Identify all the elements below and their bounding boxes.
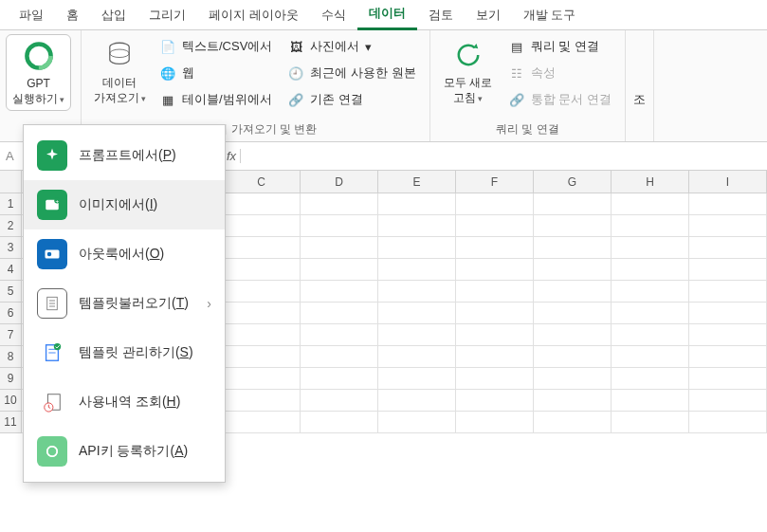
tab-draw[interactable]: 그리기 <box>137 1 197 29</box>
tab-data[interactable]: 데이터 <box>357 0 417 30</box>
link-icon: 🔗 <box>287 91 304 108</box>
row-header[interactable]: 11 <box>0 412 21 433</box>
queries-connections-button[interactable]: ▤ 쿼리 및 연결 <box>504 36 615 57</box>
col-header[interactable]: G <box>534 171 612 193</box>
existing-connections-button[interactable]: 🔗 기존 연결 <box>283 89 419 110</box>
tab-file[interactable]: 파일 <box>8 1 55 29</box>
ribbon-tabs: 파일 홈 삽입 그리기 페이지 레이아웃 수식 데이터 검토 보기 개발 도구 <box>0 0 767 30</box>
gpt-dropdown-menu: 프롬프트에서(P) + 이미지에서(I) 아웃룩에서(O) 템플릿불러오기(T)… <box>23 124 226 483</box>
col-header[interactable]: E <box>378 171 456 193</box>
from-table-range-label: 테이블/범위에서 <box>182 91 272 108</box>
recent-icon: 🕘 <box>287 64 304 82</box>
row-header[interactable]: 8 <box>0 346 21 368</box>
menu-usage-history[interactable]: 사용내역 조회(H) <box>24 377 225 427</box>
col-header[interactable]: D <box>301 171 378 193</box>
globe-icon: 🌐 <box>159 64 176 82</box>
menu-load-template[interactable]: 템플릿불러오기(T) › <box>24 279 225 328</box>
openai-knot-icon <box>37 436 67 467</box>
tab-review[interactable]: 검토 <box>417 1 465 29</box>
refresh-all-button[interactable]: 모두 새로 고침▾ <box>436 34 501 109</box>
svg-point-8 <box>47 252 52 257</box>
from-picture-button[interactable]: 🖼 사진에서 ▾ <box>283 36 419 57</box>
menu-manage-template[interactable]: 템플릿 관리하기(S) <box>24 328 225 377</box>
row-header[interactable]: 4 <box>0 259 21 281</box>
chevron-right-icon: › <box>207 296 211 311</box>
tab-insert[interactable]: 삽입 <box>90 1 137 29</box>
recent-sources-button[interactable]: 🕘 최근에 사용한 원본 <box>283 63 419 83</box>
text-file-icon: 📄 <box>159 38 176 55</box>
col-header[interactable]: F <box>456 171 534 193</box>
svg-point-16 <box>54 343 61 350</box>
formula-bar: ▾ fx <box>203 149 767 163</box>
truncated-label: 조 <box>633 91 646 108</box>
row-header[interactable]: 10 <box>0 390 21 412</box>
get-data-button[interactable]: 데이터 가져오기▾ <box>87 34 152 109</box>
chevron-down-icon: ▾ <box>60 95 64 104</box>
from-text-csv-label: 텍스트/CSV에서 <box>182 38 272 55</box>
menu-from-image[interactable]: + 이미지에서(I) <box>24 180 225 229</box>
from-table-range-button[interactable]: ▦ 테이블/범위에서 <box>155 89 276 110</box>
gpt-run-label: GPT 실행하기▾ <box>12 77 64 106</box>
existing-connections-label: 기존 연결 <box>310 91 363 108</box>
row-header[interactable]: 2 <box>0 215 21 237</box>
refresh-icon <box>451 38 485 72</box>
ribbon-group-truncated: 조 <box>626 30 654 141</box>
row-header[interactable]: 6 <box>0 303 21 324</box>
formula-input[interactable] <box>248 149 761 163</box>
row-headers: 1 2 3 4 5 6 7 8 9 10 11 <box>0 171 22 433</box>
menu-from-outlook[interactable]: 아웃룩에서(O) <box>24 229 225 279</box>
outlook-icon <box>37 239 67 269</box>
col-header[interactable]: C <box>223 171 301 193</box>
menu-from-image-label: 이미지에서(I) <box>79 196 211 213</box>
menu-manage-template-label: 템플릿 관리하기(S) <box>79 344 211 361</box>
menu-from-outlook-label: 아웃룩에서(O) <box>79 246 211 263</box>
from-web-label: 웹 <box>182 64 194 82</box>
select-all-corner[interactable] <box>0 171 21 193</box>
database-icon <box>102 38 137 72</box>
tab-developer[interactable]: 개발 도구 <box>512 1 588 29</box>
from-web-button[interactable]: 🌐 웹 <box>155 63 276 83</box>
chevron-down-icon: ▾ <box>478 94 483 103</box>
menu-from-prompt-label: 프롬프트에서(P) <box>79 147 211 164</box>
tab-page-layout[interactable]: 페이지 레이아웃 <box>197 1 310 29</box>
group-label-queries: 쿼리 및 연결 <box>436 119 619 139</box>
table-icon: ▦ <box>159 91 176 108</box>
row-header[interactable]: 5 <box>0 281 21 303</box>
svg-text:+: + <box>55 198 59 204</box>
sparkle-icon <box>37 140 67 171</box>
from-text-csv-button[interactable]: 📄 텍스트/CSV에서 <box>155 36 276 57</box>
gpt-logo-icon <box>22 39 56 73</box>
tab-home[interactable]: 홈 <box>55 1 90 29</box>
row-header[interactable]: 3 <box>0 237 21 259</box>
workbook-links-icon: 🔗 <box>508 91 525 108</box>
chevron-down-icon: ▾ <box>141 94 146 103</box>
properties-label: 속성 <box>531 64 556 82</box>
menu-from-prompt[interactable]: 프롬프트에서(P) <box>24 131 225 180</box>
workbook-links-label: 통합 문서 연결 <box>531 91 612 108</box>
svg-point-20 <box>46 445 59 458</box>
col-header[interactable]: H <box>612 171 689 193</box>
name-box-value: A <box>6 149 14 163</box>
refresh-all-label: 모두 새로 고침▾ <box>444 76 492 105</box>
chevron-down-icon: ▾ <box>365 40 372 54</box>
row-header[interactable]: 7 <box>0 324 21 346</box>
tab-formulas[interactable]: 수식 <box>310 1 357 29</box>
menu-load-template-label: 템플릿불러오기(T) <box>79 295 195 312</box>
tab-view[interactable]: 보기 <box>465 1 512 29</box>
queries-list: ▤ 쿼리 및 연결 ☷ 속성 🔗 통합 문서 연결 <box>501 34 619 112</box>
ribbon-group-queries: 모두 새로 고침▾ ▤ 쿼리 및 연결 ☷ 속성 🔗 통합 문서 연결 쿼리 및… <box>430 30 626 141</box>
menu-register-api-key[interactable]: API키 등록하기(A) <box>24 427 225 476</box>
clock-document-icon <box>37 387 67 417</box>
transform-list-1: 📄 텍스트/CSV에서 🌐 웹 ▦ 테이블/범위에서 <box>152 34 280 112</box>
workbook-links-button: 🔗 통합 문서 연결 <box>504 89 615 110</box>
transform-list-2: 🖼 사진에서 ▾ 🕘 최근에 사용한 원본 🔗 기존 연결 <box>280 34 423 112</box>
menu-usage-history-label: 사용내역 조회(H) <box>79 394 211 411</box>
row-header[interactable]: 9 <box>0 368 21 390</box>
gpt-run-button[interactable]: GPT 실행하기▾ <box>6 34 71 111</box>
menu-register-api-key-label: API키 등록하기(A) <box>79 443 211 460</box>
picture-icon: 🖼 <box>287 38 304 55</box>
properties-icon: ☷ <box>508 64 525 82</box>
row-header[interactable]: 1 <box>0 193 21 215</box>
from-picture-label: 사진에서 <box>310 38 359 55</box>
col-header[interactable]: I <box>689 171 767 193</box>
